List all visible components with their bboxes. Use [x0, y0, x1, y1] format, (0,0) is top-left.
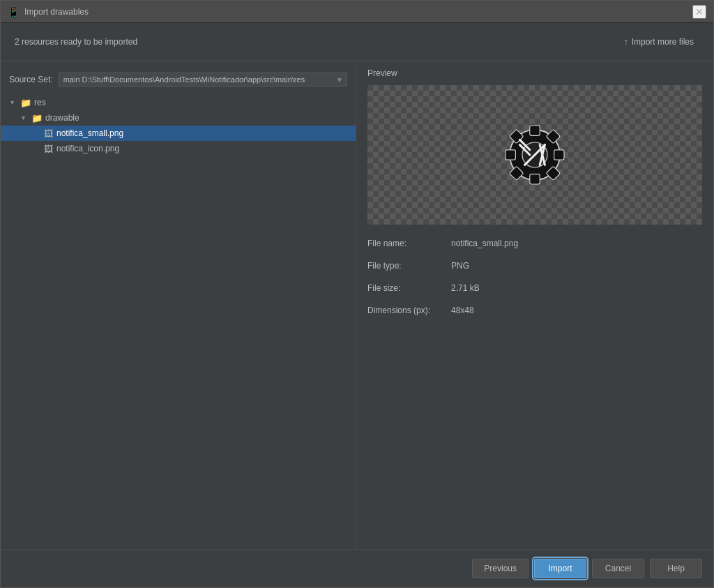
file-panel: Source Set: main D:\Stuff\Documentos\And… — [1, 61, 356, 549]
svg-rect-5 — [554, 150, 564, 160]
tree-item-notifica-icon[interactable]: 🖼 notifica_icon.png — [1, 141, 356, 156]
file-size-value: 2.71 kB — [451, 283, 702, 299]
image-icon-notifica-small: 🖼 — [43, 128, 54, 139]
file-name-value: notifica_small.png — [451, 239, 702, 254]
tree-label-drawable: drawable — [45, 113, 79, 123]
tree-label-notifica-small: notifica_small.png — [56, 128, 123, 138]
source-set-label: Source Set: — [9, 75, 53, 84]
title-bar: 📱 Import drawables ✕ — [1, 1, 713, 23]
folder-icon-drawable: 📁 — [31, 112, 43, 123]
close-button[interactable]: ✕ — [692, 5, 706, 19]
tree-item-res[interactable]: ▼ 📁 res — [1, 95, 356, 110]
import-more-button[interactable]: ↑ Import more files — [618, 34, 699, 50]
tree-arrow-notifica-icon — [31, 145, 40, 152]
preview-title: Preview — [367, 68, 702, 78]
image-icon-notifica-icon: 🖼 — [43, 143, 54, 154]
file-type-value: PNG — [451, 261, 702, 276]
import-drawables-dialog: 📱 Import drawables ✕ 2 resources ready t… — [0, 0, 714, 588]
source-set-row: Source Set: main D:\Stuff\Documentos\And… — [1, 68, 356, 95]
help-button[interactable]: Help — [650, 559, 702, 578]
tree-item-notifica-small[interactable]: 🖼 notifica_small.png — [1, 126, 356, 141]
bottom-bar: Previous Import Cancel Help — [1, 549, 713, 587]
resources-count: 2 resources ready to be imported — [15, 37, 137, 47]
tree-arrow-drawable: ▼ — [20, 114, 29, 121]
info-bar: 2 resources ready to be imported ↑ Impor… — [1, 23, 713, 61]
preview-image-box — [367, 85, 702, 225]
svg-rect-2 — [530, 126, 540, 135]
source-set-dropdown[interactable]: main D:\Stuff\Documentos\AndroidTests\Mi… — [59, 73, 347, 86]
tree-label-res: res — [34, 98, 46, 107]
import-button[interactable]: Import — [534, 559, 586, 578]
import-more-label: Import more files — [632, 37, 694, 47]
content-area: Source Set: main D:\Stuff\Documentos\And… — [1, 61, 713, 549]
import-more-icon: ↑ — [624, 37, 628, 47]
source-set-wrapper: main D:\Stuff\Documentos\AndroidTests\Mi… — [59, 73, 347, 86]
file-type-label: File type: — [367, 261, 451, 276]
tree-label-notifica-icon: notifica_icon.png — [56, 144, 119, 153]
dialog-title: Import drawables — [24, 7, 692, 17]
previous-button[interactable]: Previous — [472, 559, 529, 578]
tree-arrow-res: ▼ — [9, 99, 17, 106]
svg-rect-4 — [506, 150, 515, 160]
svg-rect-3 — [530, 174, 540, 184]
file-tree: ▼ 📁 res ▼ 📁 drawable 🖼 notifica_small.pn… — [1, 95, 356, 542]
cancel-button[interactable]: Cancel — [592, 559, 644, 578]
tree-item-drawable[interactable]: ▼ 📁 drawable — [1, 110, 356, 126]
folder-icon-res: 📁 — [20, 97, 31, 108]
file-name-label: File name: — [367, 239, 451, 254]
dimensions-value: 48x48 — [451, 306, 702, 321]
preview-gear-svg — [493, 113, 577, 197]
dimensions-label: Dimensions (px): — [367, 306, 451, 321]
file-metadata: File name: notifica_small.png File type:… — [367, 239, 702, 321]
preview-panel: Preview — [356, 61, 713, 549]
dialog-icon: 📱 — [8, 6, 19, 17]
tree-arrow-notifica-small — [31, 130, 40, 137]
file-size-label: File size: — [367, 283, 451, 299]
